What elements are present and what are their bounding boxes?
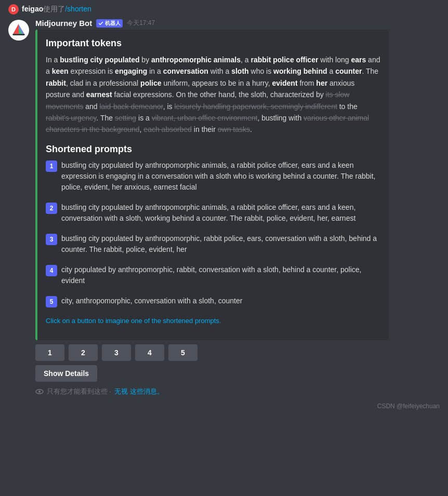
- click-info: Click on a button to imagine one of the …: [46, 317, 380, 325]
- bold-text: rabbit: [46, 79, 66, 87]
- prompt-item: 3 bustling city populated by anthropomor…: [46, 233, 380, 255]
- show-details-container: Show Details: [35, 361, 389, 382]
- svg-rect-6: [12, 34, 24, 35]
- prompt-text: bustling city populated by anthropomorph…: [61, 160, 380, 193]
- prompt-text: bustling city populated by anthropomorph…: [61, 202, 380, 224]
- message-container: Midjourney Bot 机器人 今天17:47 Important tok…: [0, 17, 448, 398]
- prompt-text: bustling city populated by anthropomorph…: [61, 233, 380, 255]
- embed-card: Important tokens In a bustling city popu…: [35, 30, 389, 340]
- privacy-link[interactable]: 无视 这些消息。: [114, 387, 164, 396]
- strikethrough-text: each absorbed: [143, 125, 192, 133]
- important-tokens-title: Important tokens: [46, 38, 380, 49]
- svg-text:D: D: [11, 6, 16, 12]
- prompt-number: 3: [46, 234, 57, 245]
- message-right: Midjourney Bot 机器人 今天17:47 Important tok…: [35, 19, 440, 396]
- prompt-number: 4: [46, 265, 57, 276]
- num-button-1[interactable]: 1: [35, 344, 64, 361]
- prompt-item: 5 city, anthropomorphic, conversation wi…: [46, 296, 380, 307]
- shortened-prompts-title: Shortened prompts: [46, 144, 380, 155]
- bold-text: conversation: [163, 67, 208, 75]
- privacy-text: 只有您才能看到这些 ·: [47, 387, 111, 396]
- command-text: /shorten: [65, 5, 91, 13]
- eye-icon: [35, 387, 44, 396]
- prompt-item: 4 city populated by anthropomorphic, rab…: [46, 264, 380, 286]
- bold-text: bustling city populated: [60, 56, 139, 64]
- bold-text: evident: [272, 79, 298, 87]
- shortened-prompts-section: Shortened prompts 1 bustling city popula…: [46, 144, 380, 325]
- num-button-4[interactable]: 4: [135, 344, 164, 361]
- strikethrough-text: leisurely handling paperwork, seemingly …: [174, 102, 337, 111]
- bold-text: working behind: [273, 67, 327, 75]
- show-details-button[interactable]: Show Details: [35, 365, 97, 382]
- bold-text: her: [316, 79, 327, 87]
- top-bar-text: feigao使用了/shorten: [22, 5, 91, 14]
- bold-text: keen: [52, 67, 69, 75]
- bold-text: earnest: [86, 90, 112, 99]
- robot-badge: 机器人: [96, 19, 123, 28]
- strikethrough-text: rabbit's urgency: [46, 114, 96, 122]
- strikethrough-text: laid-back demeanor: [100, 102, 163, 111]
- prompt-number: 2: [46, 203, 57, 214]
- bold-text: engaging: [115, 67, 147, 75]
- message-header: Midjourney Bot 机器人 今天17:47: [35, 19, 440, 28]
- checkmark-icon: [98, 21, 103, 26]
- prompt-number: 5: [46, 296, 57, 307]
- important-tokens-text: In a bustling city populated by anthropo…: [46, 54, 380, 136]
- num-button-3[interactable]: 3: [102, 344, 131, 361]
- prompt-text: city, anthropomorphic, conversation with…: [61, 296, 380, 306]
- bot-name: Midjourney Bot: [35, 19, 92, 28]
- num-button-5[interactable]: 5: [168, 344, 197, 361]
- prompt-number: 1: [46, 160, 57, 172]
- top-bar: D feigao使用了/shorten: [0, 0, 448, 17]
- prompt-item: 2 bustling city populated by anthropomor…: [46, 202, 380, 224]
- prompt-text: city populated by anthropomorphic, rabbi…: [61, 264, 380, 286]
- strikethrough-text: vibrant, urban office environment: [152, 114, 258, 122]
- prompts-container: 1 bustling city populated by anthropomor…: [46, 160, 380, 307]
- bold-text: ears: [351, 56, 366, 64]
- avatar: [8, 20, 29, 41]
- num-button-2[interactable]: 2: [69, 344, 98, 361]
- bold-text: anthropomorphic animals: [151, 56, 241, 64]
- discord-icon: D: [8, 4, 19, 15]
- timestamp: 今天17:47: [127, 19, 155, 28]
- strikethrough-text: setting: [115, 114, 136, 122]
- action-buttons-container: 12345 Show Details: [35, 344, 389, 382]
- svg-point-8: [38, 391, 41, 393]
- bold-text: police: [140, 79, 161, 87]
- watermark: CSDN @feifeiyechuan: [0, 398, 448, 414]
- buttons-row: 12345: [35, 344, 389, 361]
- bold-text: sloth: [231, 67, 248, 75]
- bold-text: counter: [335, 67, 362, 75]
- prompt-item: 1 bustling city populated by anthropomor…: [46, 160, 380, 193]
- bold-text: rabbit police officer: [251, 56, 318, 64]
- strikethrough-text: own tasks: [218, 125, 250, 133]
- username: feigao: [22, 5, 43, 13]
- privacy-row: 只有您才能看到这些 · 无视 这些消息。: [35, 387, 440, 396]
